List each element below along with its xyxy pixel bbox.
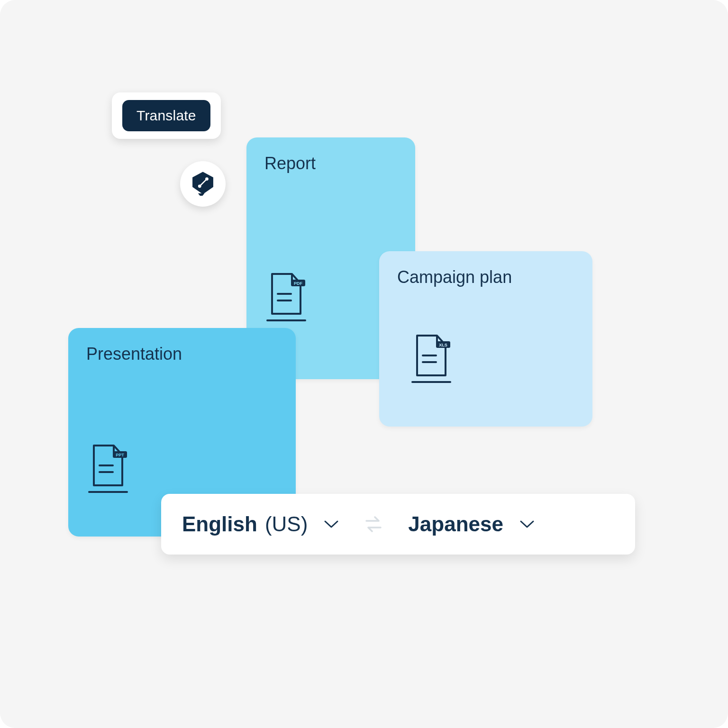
source-language-variant: (US)	[265, 512, 308, 536]
brand-hex-icon	[190, 170, 216, 198]
file-ppt-icon: PPT	[86, 445, 278, 495]
translate-button[interactable]: Translate	[122, 100, 210, 131]
chevron-down-icon	[324, 519, 339, 529]
language-bar: English (US) Japanese	[161, 494, 635, 555]
svg-text:XLS: XLS	[439, 343, 447, 347]
canvas: Translate Report PDF	[0, 0, 728, 728]
swap-languages-button[interactable]	[363, 513, 384, 535]
translate-button-container: Translate	[112, 92, 221, 139]
svg-text:PDF: PDF	[294, 281, 303, 286]
target-language-select[interactable]: Japanese	[408, 512, 535, 536]
card-title: Presentation	[86, 344, 278, 364]
file-xls-icon: XLS	[410, 335, 574, 385]
svg-text:PPT: PPT	[116, 453, 124, 457]
source-language-select[interactable]: English (US)	[182, 512, 339, 536]
card-title: Campaign plan	[397, 267, 574, 287]
document-card-campaign[interactable]: Campaign plan XLS	[379, 251, 592, 427]
target-language-name: Japanese	[408, 512, 503, 536]
source-language-name: English	[182, 512, 257, 536]
brand-badge	[180, 161, 226, 207]
card-title: Report	[264, 154, 397, 173]
file-pdf-icon: PDF	[264, 273, 397, 323]
chevron-down-icon	[519, 519, 535, 529]
